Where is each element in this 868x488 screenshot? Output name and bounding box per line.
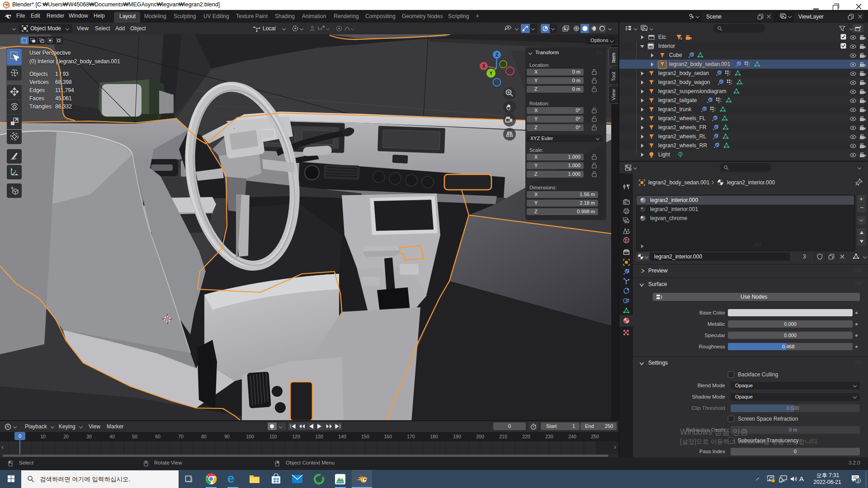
svg-text:3: 3 <box>857 479 859 483</box>
svg-text:Z: Z <box>495 52 498 57</box>
svg-text:Y: Y <box>490 71 493 76</box>
svg-text:X: X <box>482 64 486 69</box>
